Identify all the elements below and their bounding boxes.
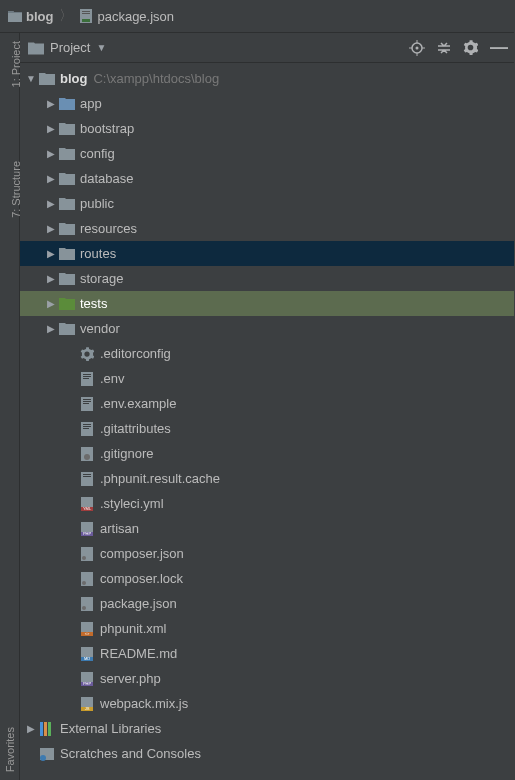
tree-root-path: C:\xampp\htdocs\blog (93, 71, 219, 86)
chevron-right-icon[interactable]: ▶ (44, 98, 58, 109)
svg-rect-49 (48, 722, 51, 736)
xml-file-icon: <> (78, 622, 96, 636)
svg-rect-3 (82, 13, 90, 14)
breadcrumb-root-label: blog (26, 9, 53, 24)
svg-rect-16 (83, 426, 91, 427)
text-file-icon (78, 397, 96, 411)
file-server-php[interactable]: ▶PHPserver.php (20, 666, 514, 691)
file-env-example[interactable]: ▶.env.example (20, 391, 514, 416)
gear-file-icon (78, 347, 96, 361)
svg-rect-13 (83, 403, 89, 404)
svg-rect-47 (40, 722, 43, 736)
chevron-down-icon: ▼ (96, 42, 106, 53)
folder-icon (8, 10, 22, 22)
file-readme[interactable]: ▶MDREADME.md (20, 641, 514, 666)
scratch-icon (38, 747, 56, 761)
folder-icon (58, 147, 76, 160)
svg-point-5 (416, 46, 419, 49)
folder-bootstrap[interactable]: ▶bootstrap (20, 116, 514, 141)
text-file-icon (78, 472, 96, 486)
chevron-right-icon[interactable]: ▶ (44, 298, 58, 309)
breadcrumb-file[interactable]: package.json (79, 9, 174, 24)
json-file-icon (79, 9, 93, 23)
svg-point-34 (82, 606, 86, 610)
folder-config[interactable]: ▶config (20, 141, 514, 166)
folder-icon (58, 97, 76, 110)
file-styleci[interactable]: ▶YML.styleci.yml (20, 491, 514, 516)
tree-root[interactable]: ▼ blog C:\xampp\htdocs\blog (20, 66, 514, 91)
text-file-icon (78, 422, 96, 436)
json-file-icon (78, 572, 96, 586)
svg-point-19 (84, 454, 90, 460)
svg-rect-21 (83, 474, 91, 475)
folder-resources[interactable]: ▶resources (20, 216, 514, 241)
project-tree[interactable]: ▼ blog C:\xampp\htdocs\blog ▶app ▶bootst… (20, 63, 514, 780)
vtab-favorites[interactable]: Favorites (2, 721, 18, 778)
folder-database[interactable]: ▶database (20, 166, 514, 191)
svg-rect-12 (83, 401, 91, 402)
chevron-right-icon[interactable]: ▶ (44, 148, 58, 159)
scratches-label: Scratches and Consoles (60, 746, 201, 761)
breadcrumb-root[interactable]: blog (8, 9, 53, 24)
svg-text:PHP: PHP (83, 681, 92, 686)
file-artisan[interactable]: ▶PHPartisan (20, 516, 514, 541)
folder-tests[interactable]: ▶tests (20, 291, 514, 316)
file-editorconfig[interactable]: ▶.editorconfig (20, 341, 514, 366)
panel-header: Project ▼ — (20, 33, 514, 63)
chevron-right-icon[interactable]: ▶ (44, 323, 58, 334)
locate-icon[interactable] (409, 40, 425, 56)
json-file-icon (78, 597, 96, 611)
markdown-file-icon: MD (78, 647, 96, 661)
svg-rect-48 (44, 722, 47, 736)
file-phpunit-cache[interactable]: ▶.phpunit.result.cache (20, 466, 514, 491)
svg-rect-15 (83, 424, 91, 425)
chevron-right-icon[interactable]: ▶ (44, 198, 58, 209)
folder-app[interactable]: ▶app (20, 91, 514, 116)
svg-point-51 (40, 755, 46, 761)
folder-icon (58, 222, 76, 235)
chevron-right-icon[interactable]: ▶ (24, 723, 38, 734)
gear-icon[interactable] (463, 40, 478, 55)
svg-text:YML: YML (83, 506, 92, 511)
external-libraries-label: External Libraries (60, 721, 161, 736)
folder-public[interactable]: ▶public (20, 191, 514, 216)
git-file-icon (78, 447, 96, 461)
text-file-icon (78, 372, 96, 386)
json-file-icon (78, 547, 96, 561)
file-phpunit-xml[interactable]: ▶<>phpunit.xml (20, 616, 514, 641)
chevron-right-icon[interactable]: ▶ (44, 123, 58, 134)
svg-text:JS: JS (85, 706, 90, 711)
folder-icon (58, 122, 76, 135)
file-webpack-mix[interactable]: ▶JSwebpack.mix.js (20, 691, 514, 716)
svg-rect-7 (83, 374, 91, 375)
file-composer-lock[interactable]: ▶composer.lock (20, 566, 514, 591)
project-view-selector[interactable]: Project ▼ (28, 40, 106, 56)
svg-point-32 (82, 581, 86, 585)
file-package-json[interactable]: ▶package.json (20, 591, 514, 616)
folder-storage[interactable]: ▶storage (20, 266, 514, 291)
file-gitattributes[interactable]: ▶.gitattributes (20, 416, 514, 441)
yaml-file-icon: YML (78, 497, 96, 511)
collapse-all-icon[interactable] (437, 41, 451, 55)
chevron-down-icon[interactable]: ▼ (24, 73, 38, 84)
file-env[interactable]: ▶.env (20, 366, 514, 391)
php-file-icon: PHP (78, 672, 96, 686)
chevron-right-icon[interactable]: ▶ (44, 248, 58, 259)
folder-routes[interactable]: ▶routes (20, 241, 514, 266)
panel-title: Project (50, 40, 90, 55)
folder-vendor[interactable]: ▶vendor (20, 316, 514, 341)
file-gitignore[interactable]: ▶.gitignore (20, 441, 514, 466)
svg-point-30 (82, 556, 86, 560)
folder-icon (58, 172, 76, 185)
chevron-right-icon[interactable]: ▶ (44, 173, 58, 184)
js-file-icon: JS (78, 697, 96, 711)
project-icon (28, 40, 44, 56)
svg-text:MD: MD (84, 656, 90, 661)
scratches[interactable]: ▶ Scratches and Consoles (20, 741, 514, 766)
minimize-icon[interactable]: — (490, 37, 506, 58)
chevron-right-icon[interactable]: ▶ (44, 223, 58, 234)
chevron-right-icon[interactable]: ▶ (44, 273, 58, 284)
folder-icon (38, 72, 56, 85)
external-libraries[interactable]: ▶ External Libraries (20, 716, 514, 741)
file-composer-json[interactable]: ▶composer.json (20, 541, 514, 566)
